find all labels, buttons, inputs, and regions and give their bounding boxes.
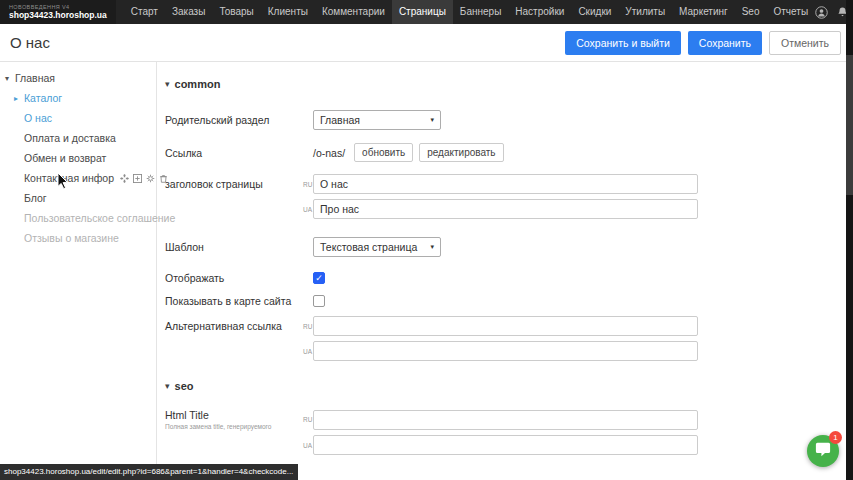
field-label: заголовок страницы <box>165 178 303 190</box>
account-icon[interactable] <box>815 6 828 19</box>
field-hint: Полная замена title, генерируемого <box>165 423 303 430</box>
field-alt-link-ru: Альтернативная ссылка RU <box>165 316 853 336</box>
menu-item-marketing[interactable]: Маркетинг <box>672 0 735 24</box>
tree-item-label: Каталог <box>24 92 62 104</box>
page-header: О нас Сохранить и выйти Сохранить Отмени… <box>0 24 853 62</box>
caret-down-icon: ▾ <box>165 79 170 89</box>
move-icon[interactable] <box>120 174 129 183</box>
save-and-exit-button[interactable]: Сохранить и выйти <box>565 31 681 55</box>
template-select[interactable]: Текстовая страница ▾ <box>313 237 441 257</box>
menu-item-bannery[interactable]: Баннеры <box>453 0 508 24</box>
select-value: Текстовая страница <box>320 241 417 253</box>
lang-tag-ua: UA <box>303 442 313 449</box>
header-actions: Сохранить и выйти Сохранить Отменить <box>565 31 841 55</box>
link-update-button[interactable]: обновить <box>354 143 413 162</box>
field-parent-section: Родительский раздел Главная ▾ <box>165 110 853 130</box>
menu-item-seo[interactable]: Seo <box>735 0 767 24</box>
field-label: Ссылка <box>165 147 303 159</box>
link-edit-button[interactable]: редактировать <box>419 143 503 162</box>
tree-item-glavnaya[interactable]: ▾ Главная <box>0 68 156 88</box>
menu-item-tovary[interactable]: Товары <box>212 0 260 24</box>
select-value: Главная <box>320 114 360 126</box>
tree-item-o-nas[interactable]: О нас <box>0 108 156 128</box>
caret-right-icon[interactable]: ▸ <box>14 94 24 103</box>
vertical-scrollbar[interactable] <box>846 0 853 480</box>
lang-tag-ru: RU <box>303 416 313 423</box>
tree-item-blog[interactable]: Блог <box>0 188 156 208</box>
topbar: НОВОВВЕДЕННЯ V4 shop34423.horoshop.ua Ст… <box>0 0 853 24</box>
tree-item-otzyvy-o-magazine[interactable]: Отзывы о магазине <box>0 228 156 248</box>
tree-item-label: Отзывы о магазине <box>24 232 119 244</box>
chat-launcher[interactable]: 1 <box>807 435 839 467</box>
sitemap-checkbox[interactable]: ✓ <box>313 295 325 307</box>
html-title-ua-input[interactable] <box>313 435 698 455</box>
page-title-ru-input[interactable] <box>313 174 698 194</box>
section-common-header[interactable]: ▾ common <box>165 78 853 90</box>
tree-item-label: Главная <box>15 72 55 84</box>
main-area: ▾ Главная ▸ Каталог О нас Оплата и доста… <box>0 62 853 479</box>
field-sitemap: Показывать в карте сайта ✓ <box>165 295 853 307</box>
menu-item-nastroiki[interactable]: Настройки <box>508 0 571 24</box>
pages-tree: ▾ Главная ▸ Каталог О нас Оплата и доста… <box>0 62 157 479</box>
field-label: Альтернативная ссылка <box>165 320 303 332</box>
tree-item-obmen-i-vozvrat[interactable]: Обмен и возврат <box>0 148 156 168</box>
tree-item-polzovatelskoe-soglashenie[interactable]: Пользовательское соглашение <box>0 208 156 228</box>
parent-section-select[interactable]: Главная ▾ <box>313 110 441 130</box>
field-label: Показывать в карте сайта <box>165 295 303 307</box>
chat-unread-badge: 1 <box>829 431 842 444</box>
caret-down-icon[interactable]: ▾ <box>5 74 15 83</box>
save-button[interactable]: Сохранить <box>688 31 762 55</box>
shop-domain: shop34423.horoshop.ua <box>9 11 107 20</box>
scrollbar-thumb[interactable] <box>846 55 853 195</box>
menu-item-otchety[interactable]: Отчеты <box>767 0 816 24</box>
menu-item-kommentarii[interactable]: Комментарии <box>315 0 392 24</box>
tree-item-kontaktnaya-informaciya[interactable]: Контактная инфор <box>0 168 156 188</box>
tree-item-label: Контактная инфор <box>24 172 114 184</box>
menu-item-klienty[interactable]: Клиенты <box>261 0 315 24</box>
page-title: О нас <box>10 34 50 51</box>
chevron-down-icon: ▾ <box>430 116 434 124</box>
menu-item-zakazy[interactable]: Заказы <box>165 0 212 24</box>
menu-item-skidki[interactable]: Скидки <box>571 0 618 24</box>
field-page-title-ua: UA <box>165 199 853 219</box>
section-seo-header[interactable]: ▾ seo <box>165 380 853 392</box>
chat-bubble-icon <box>815 442 831 461</box>
field-page-title-ru: заголовок страницы RU <box>165 174 853 194</box>
field-alt-link-ua: UA <box>165 341 853 361</box>
field-label: Шаблон <box>165 241 303 253</box>
field-label: Родительский раздел <box>165 114 303 126</box>
tree-item-label: Пользовательское соглашение <box>24 212 175 224</box>
section-title: common <box>175 78 221 90</box>
link-value: /o-nas/ <box>313 147 345 159</box>
check-icon: ✓ <box>315 274 323 283</box>
field-template: Шаблон Текстовая страница ▾ <box>165 237 853 257</box>
logo[interactable]: НОВОВВЕДЕННЯ V4 shop34423.horoshop.ua <box>0 0 116 24</box>
gear-icon[interactable] <box>146 174 155 183</box>
edit-form: ▾ common Родительский раздел Главная ▾ С… <box>157 62 853 479</box>
lang-tag-ru: RU <box>303 323 313 330</box>
field-label: Отображать <box>165 272 303 284</box>
field-display: Отображать ✓ <box>165 272 853 284</box>
menu-item-utility[interactable]: Утилиты <box>618 0 672 24</box>
lang-tag-ua: UA <box>303 348 313 355</box>
section-title: seo <box>175 380 194 392</box>
field-link: Ссылка /o-nas/ обновить редактировать <box>165 143 853 162</box>
html-title-ru-input[interactable] <box>313 410 698 430</box>
tree-item-label: О нас <box>24 112 52 124</box>
add-icon[interactable] <box>133 174 142 183</box>
tree-item-oplata-i-dostavka[interactable]: Оплата и доставка <box>0 128 156 148</box>
tree-item-katalog[interactable]: ▸ Каталог <box>0 88 156 108</box>
display-checkbox[interactable]: ✓ <box>313 272 325 284</box>
lang-tag-ru: RU <box>303 181 313 188</box>
field-html-title-ru: Html Title Полная замена title, генериру… <box>165 409 853 430</box>
menu-item-stranicy[interactable]: Страницы <box>392 0 453 24</box>
alt-link-ua-input[interactable] <box>313 341 698 361</box>
field-html-title-ua: UA <box>165 435 853 455</box>
alt-link-ru-input[interactable] <box>313 316 698 336</box>
field-label: Html Title <box>165 409 303 421</box>
cancel-button[interactable]: Отменить <box>769 31 841 55</box>
page-title-ua-input[interactable] <box>313 199 698 219</box>
menu-item-start[interactable]: Старт <box>124 0 165 24</box>
tree-item-label: Блог <box>24 192 47 204</box>
lang-tag-ua: UA <box>303 206 313 213</box>
